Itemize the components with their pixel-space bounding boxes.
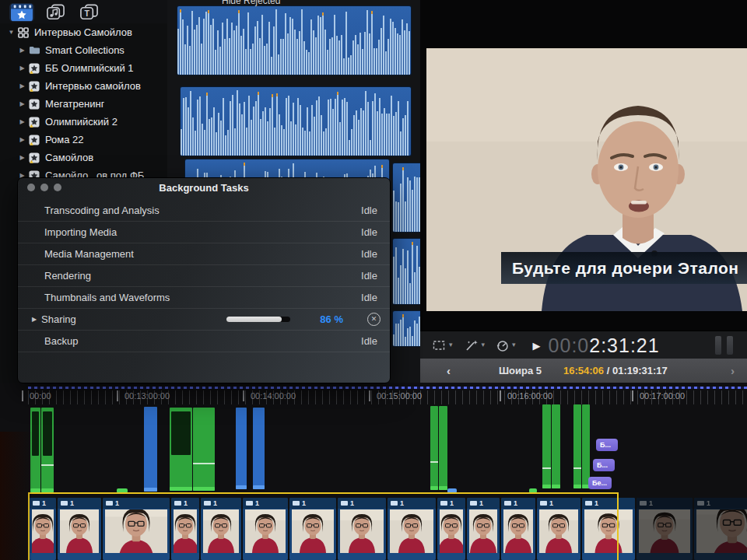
- ruler-major-tick: [632, 390, 633, 401]
- disclosure-triangle-icon[interactable]: ▶: [17, 65, 27, 72]
- title-clip[interactable]: Бе...: [588, 477, 612, 489]
- camera-icon: [246, 501, 253, 506]
- connected-clip-marker[interactable]: [447, 488, 457, 493]
- svg-text:!: !: [31, 124, 32, 128]
- multicam-filmstrip-clip[interactable]: 1: [582, 498, 635, 560]
- crop-icon[interactable]: ▾: [431, 339, 453, 352]
- title-clip[interactable]: Б...: [593, 459, 615, 471]
- clip-video-inset: [171, 411, 191, 455]
- media-library-icon[interactable]: [9, 3, 34, 22]
- multicam-filmstrip-clip[interactable]: 1: [171, 498, 199, 560]
- sidebar-item[interactable]: ▶!Самойлов: [5, 149, 168, 166]
- sidebar-item[interactable]: ▼Интервью Самойлов: [5, 23, 168, 41]
- window-traffic-lights[interactable]: [27, 184, 61, 191]
- multicam-filmstrip-clip[interactable]: 1: [30, 498, 56, 560]
- green-timeline-clip[interactable]: [430, 406, 438, 490]
- angle-number-label: 1: [514, 499, 517, 507]
- title-clip[interactable]: Б...: [596, 439, 618, 451]
- green-timeline-clip[interactable]: [193, 408, 215, 491]
- green-timeline-clip[interactable]: [573, 404, 581, 488]
- multicam-filmstrip-clip[interactable]: 1: [388, 498, 436, 560]
- cancel-task-icon[interactable]: ✕: [367, 313, 381, 326]
- green-timeline-clip[interactable]: [439, 406, 447, 490]
- audio-clip-waveform[interactable]: [393, 311, 422, 346]
- browser-filter-label[interactable]: Hide Rejected: [222, 0, 280, 6]
- green-timeline-clip[interactable]: [542, 404, 551, 488]
- photos-audio-icon[interactable]: [43, 3, 68, 22]
- green-timeline-clip[interactable]: [170, 408, 192, 491]
- green-timeline-clip[interactable]: [41, 408, 54, 492]
- audio-clip-waveform[interactable]: [393, 239, 422, 304]
- next-project-button[interactable]: ›: [731, 364, 735, 377]
- timeline-ruler[interactable]: 00:0000:13:00:0000:14:00:0000:15:00:0000…: [28, 390, 747, 404]
- titles-generators-icon[interactable]: T: [76, 3, 101, 22]
- retime-icon[interactable]: ▾: [496, 339, 516, 352]
- sidebar-item[interactable]: ▶!ББ Олимпийский 1: [5, 59, 168, 77]
- multicam-filmstrip-clip[interactable]: 1: [637, 498, 693, 560]
- blue-timeline-clip[interactable]: [144, 407, 157, 492]
- multicam-filmstrip-clip[interactable]: 1: [58, 498, 101, 560]
- filmstrip-clip-footer: [501, 553, 535, 560]
- event-star-warn-icon: !: [27, 152, 41, 163]
- connected-clip-marker[interactable]: [529, 488, 537, 493]
- clip-bottom-cap: [430, 486, 438, 490]
- enhance-wand-icon[interactable]: ▾: [464, 339, 486, 352]
- disclosure-triangle-icon[interactable]: ▶: [17, 100, 27, 107]
- clip-bottom-cap: [41, 488, 54, 492]
- connected-clip-marker[interactable]: [117, 488, 128, 493]
- multicam-filmstrip-clip[interactable]: 1: [103, 498, 170, 560]
- multicam-filmstrip-clip[interactable]: 1: [338, 498, 386, 560]
- multicam-filmstrip-clip[interactable]: 1: [437, 498, 465, 560]
- filmstrip-clip-header: 1: [201, 498, 241, 509]
- task-label: Transcoding and Analysis: [44, 205, 160, 216]
- disclosure-triangle-icon[interactable]: ▼: [6, 29, 16, 36]
- multicam-filmstrip-clip[interactable]: 1: [501, 498, 535, 560]
- green-timeline-clip[interactable]: [582, 404, 590, 488]
- multicam-filmstrip-clip[interactable]: 1: [243, 498, 288, 560]
- disclosure-triangle-icon[interactable]: ▶: [17, 47, 27, 54]
- angle-number-label: 1: [594, 499, 598, 507]
- clip-bottom-cap: [193, 487, 215, 491]
- photo-edge-shadow: [0, 432, 33, 560]
- sidebar-item[interactable]: ▶Smart Collections: [5, 41, 168, 59]
- background-tasks-window[interactable]: Background Tasks Transcoding and Analysi…: [17, 177, 391, 383]
- angle-number-label: 1: [479, 499, 483, 507]
- disclosure-triangle-icon[interactable]: ▶: [17, 154, 27, 161]
- clip-level-line: [430, 461, 438, 463]
- green-timeline-clip[interactable]: [552, 404, 560, 488]
- clip-bottom-cap: [170, 487, 192, 491]
- audio-clip-waveform[interactable]: [181, 87, 411, 156]
- viewer-control-bar: ▾ ▾ ▾ ▶ 00:02:31:21: [420, 331, 747, 359]
- disclosure-triangle-icon[interactable]: ▶: [17, 118, 27, 125]
- filmstrip-clip-header: 1: [637, 498, 693, 509]
- timeline-top-dashed-border: [28, 387, 747, 389]
- play-button[interactable]: ▶: [533, 340, 541, 352]
- audio-clip-waveform[interactable]: [393, 163, 422, 232]
- previous-project-button[interactable]: ‹: [447, 364, 451, 377]
- multicam-filmstrip-clip[interactable]: 1: [467, 498, 500, 560]
- clip-level-line: [193, 463, 215, 464]
- camera-icon: [504, 501, 511, 506]
- blue-timeline-clip[interactable]: [253, 408, 265, 489]
- sidebar-item[interactable]: ▶!Рома 22: [5, 131, 168, 149]
- disclosure-triangle-icon[interactable]: ▶: [17, 136, 27, 143]
- multicam-filmstrip-clip[interactable]: 1: [201, 498, 241, 560]
- audio-clip-waveform[interactable]: [177, 6, 411, 75]
- background-tasks-titlebar[interactable]: Background Tasks: [18, 178, 390, 197]
- video-frame: Будьте для дочери Эталон: [426, 48, 747, 311]
- audio-meters-icon[interactable]: [715, 336, 733, 355]
- svg-text:!: !: [31, 142, 32, 145]
- multicam-filmstrip-clip[interactable]: 1: [289, 498, 336, 560]
- sidebar-item-label: Самойлов: [45, 152, 93, 163]
- blue-timeline-clip[interactable]: [236, 408, 247, 489]
- filmstrip-clip-header: 1: [58, 498, 101, 509]
- filmstrip-clip-footer: [582, 553, 635, 560]
- sidebar-item[interactable]: ▶!Олимпийский 2: [5, 113, 168, 131]
- multicam-filmstrip-clip[interactable]: 1: [694, 498, 747, 560]
- disclosure-triangle-icon[interactable]: ▶: [32, 316, 37, 323]
- project-name[interactable]: Шоира 5: [499, 365, 542, 376]
- sidebar-item[interactable]: ▶!Интервью самойлов: [5, 77, 168, 95]
- disclosure-triangle-icon[interactable]: ▶: [17, 82, 27, 89]
- sidebar-item[interactable]: ▶Мегатренинг: [5, 95, 168, 113]
- multicam-filmstrip-clip[interactable]: 1: [537, 498, 580, 560]
